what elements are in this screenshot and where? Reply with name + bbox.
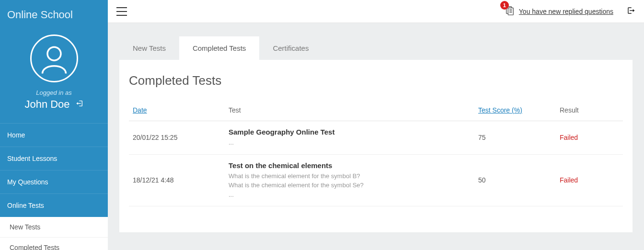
user-silhouette-icon bbox=[37, 42, 71, 75]
sidebar-subitem-new-tests[interactable]: New Tests bbox=[0, 217, 108, 238]
table-row: 18/12/21 4:48Test on the chemical elemen… bbox=[129, 154, 623, 206]
column-header-date[interactable]: Date bbox=[129, 102, 225, 121]
brand-title: Online School bbox=[0, 0, 108, 30]
username: John Doe bbox=[24, 98, 69, 111]
tab-certificates[interactable]: Certificates bbox=[259, 36, 322, 60]
cell-date: 18/12/21 4:48 bbox=[129, 154, 225, 206]
tab-new-tests[interactable]: New Tests bbox=[119, 36, 179, 60]
logout-icon[interactable] bbox=[76, 100, 83, 109]
table-row: 20/01/22 15:25Sample Geography Online Te… bbox=[129, 121, 623, 155]
column-header-test: Test bbox=[225, 102, 474, 121]
sidebar-item-my-questions[interactable]: My Questions bbox=[0, 170, 108, 193]
completed-tests-table: Date Test Test Score (%) Result 20/01/22… bbox=[129, 102, 623, 206]
column-header-result: Result bbox=[556, 102, 623, 121]
tab-completed-tests[interactable]: Completed Tests bbox=[179, 36, 259, 60]
sidebar: Online School Logged in as John Doe Home… bbox=[0, 0, 108, 250]
sidebar-nav: Home Student Lessons My Questions Online… bbox=[0, 123, 108, 250]
notification-text: You have new replied questions bbox=[519, 8, 613, 15]
svg-point-0 bbox=[47, 47, 61, 60]
test-description: ... bbox=[229, 138, 471, 148]
profile-block: Logged in as John Doe bbox=[0, 30, 108, 119]
cell-test: Sample Geography Online Test... bbox=[225, 121, 474, 155]
notification-link[interactable]: 1 You have new replied questions bbox=[505, 5, 613, 18]
sidebar-item-home[interactable]: Home bbox=[0, 123, 108, 147]
cell-date: 20/01/22 15:25 bbox=[129, 121, 225, 155]
logout-button[interactable] bbox=[627, 6, 635, 17]
panel: Completed Tests Date Test Test Score (%)… bbox=[119, 60, 632, 232]
cell-test: Test on the chemical elementsWhat is the… bbox=[225, 154, 474, 206]
svg-rect-2 bbox=[508, 8, 513, 15]
panel-title: Completed Tests bbox=[129, 73, 623, 88]
test-description: What is the chemical element for the sym… bbox=[229, 171, 471, 200]
test-name: Sample Geography Online Test bbox=[229, 128, 471, 136]
column-header-score[interactable]: Test Score (%) bbox=[474, 102, 556, 121]
avatar bbox=[30, 34, 78, 82]
topbar: 1 You have new replied questions bbox=[108, 0, 644, 23]
cell-score: 75 bbox=[474, 121, 556, 155]
cell-result: Failed bbox=[556, 154, 623, 206]
test-name: Test on the chemical elements bbox=[229, 161, 471, 170]
logged-in-label: Logged in as bbox=[36, 89, 71, 96]
cell-result: Failed bbox=[556, 121, 623, 155]
content-area: New Tests Completed Tests Certificates C… bbox=[108, 23, 644, 250]
sidebar-item-online-tests[interactable]: Online Tests bbox=[0, 193, 108, 217]
hamburger-icon[interactable] bbox=[116, 7, 127, 16]
main-area: 1 You have new replied questions bbox=[108, 0, 644, 250]
sidebar-subnav: New Tests Completed Tests bbox=[0, 217, 108, 250]
cell-score: 50 bbox=[474, 154, 556, 206]
sidebar-item-student-lessons[interactable]: Student Lessons bbox=[0, 147, 108, 170]
sidebar-subitem-completed-tests[interactable]: Completed Tests bbox=[0, 238, 108, 250]
tabs: New Tests Completed Tests Certificates bbox=[119, 36, 632, 60]
notification-badge: 1 bbox=[500, 1, 509, 10]
